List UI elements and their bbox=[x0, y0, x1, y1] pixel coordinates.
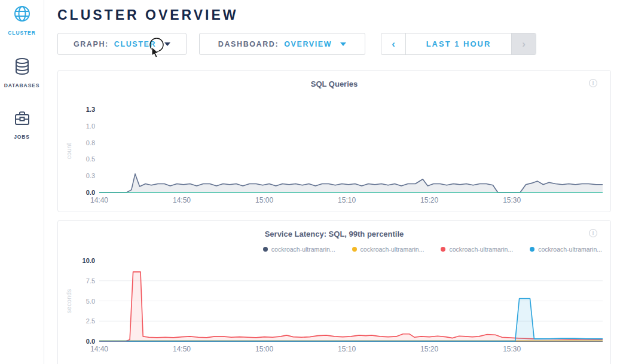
briefcase-icon bbox=[14, 110, 30, 129]
sidebar: CLUSTER DATABASES bbox=[0, 0, 44, 364]
time-next-button[interactable]: › bbox=[512, 33, 536, 54]
legend-label: cockroach-ultramarin... bbox=[449, 246, 513, 253]
legend-item[interactable]: cockroach-ultramarin... bbox=[263, 246, 335, 253]
controls-row: GRAPH: CLUSTER DASHBOARD: OVERVIEW ‹ LAS… bbox=[57, 33, 617, 55]
svg-text:15:30: 15:30 bbox=[503, 345, 521, 353]
time-prev-button[interactable]: ‹ bbox=[381, 33, 405, 54]
svg-text:0.5: 0.5 bbox=[86, 155, 95, 163]
legend-dot-icon bbox=[352, 247, 357, 252]
svg-text:14:40: 14:40 bbox=[90, 196, 108, 204]
svg-text:0.8: 0.8 bbox=[86, 139, 95, 146]
sidebar-item-jobs[interactable]: JOBS bbox=[0, 110, 44, 140]
chart-title: Service Latency: SQL, 99th percentile bbox=[265, 230, 404, 238]
info-icon[interactable]: ! bbox=[589, 79, 597, 87]
graph-dropdown[interactable]: GRAPH: CLUSTER bbox=[57, 33, 187, 55]
svg-text:15:00: 15:00 bbox=[255, 196, 273, 204]
chevron-down-icon bbox=[164, 42, 170, 46]
page-title: CLUSTER OVERVIEW bbox=[57, 7, 617, 23]
svg-text:10.0: 10.0 bbox=[83, 257, 95, 264]
sql-queries-card: SQL Queries ! 0.00.30.50.81.01.314:4014:… bbox=[57, 70, 611, 212]
svg-text:5.0: 5.0 bbox=[86, 298, 95, 305]
dashboard-dropdown-label: DASHBOARD: bbox=[218, 40, 279, 48]
legend-label: cockroach-ultramarin... bbox=[271, 246, 335, 253]
service-latency-card: Service Latency: SQL, 99th percentile ! … bbox=[57, 220, 611, 364]
globe-icon bbox=[13, 5, 31, 25]
chart-title-row: SQL Queries ! bbox=[58, 71, 610, 94]
graph-dropdown-value: CLUSTER bbox=[114, 40, 156, 48]
svg-text:14:50: 14:50 bbox=[173, 196, 191, 204]
legend-dot-icon bbox=[530, 247, 534, 252]
legend-dot-icon bbox=[263, 247, 268, 252]
svg-text:14:40: 14:40 bbox=[90, 345, 108, 353]
sidebar-item-cluster[interactable]: CLUSTER bbox=[0, 5, 44, 36]
legend-label: cockroach-ultramarin... bbox=[538, 246, 602, 253]
info-icon[interactable]: ! bbox=[589, 229, 597, 237]
svg-text:1.0: 1.0 bbox=[86, 123, 95, 130]
chart-title: SQL Queries bbox=[311, 79, 358, 88]
sidebar-item-label: CLUSTER bbox=[8, 30, 35, 36]
service-latency-chart[interactable]: 0.02.55.07.510.014:4014:5015:0015:1015:2… bbox=[58, 253, 610, 363]
legend-dot-icon bbox=[441, 247, 445, 252]
svg-text:15:10: 15:10 bbox=[338, 345, 356, 353]
chevron-down-icon bbox=[340, 42, 346, 46]
svg-text:15:30: 15:30 bbox=[503, 196, 521, 204]
time-range-selector: ‹ LAST 1 HOUR › bbox=[381, 33, 536, 55]
svg-text:14:50: 14:50 bbox=[173, 345, 191, 353]
legend-item[interactable]: cockroach-ultramarin... bbox=[352, 246, 424, 253]
sql-queries-chart[interactable]: 0.00.30.50.81.01.314:4014:5015:0015:1015… bbox=[58, 94, 610, 213]
chart-legend: cockroach-ultramarin...cockroach-ultrama… bbox=[58, 244, 610, 253]
svg-text:2.5: 2.5 bbox=[86, 317, 95, 325]
svg-text:0.3: 0.3 bbox=[86, 172, 95, 179]
legend-item[interactable]: cockroach-ultramarin... bbox=[441, 246, 513, 253]
svg-text:15:10: 15:10 bbox=[338, 196, 356, 204]
graph-dropdown-label: GRAPH: bbox=[74, 40, 109, 48]
chart-title-row: Service Latency: SQL, 99th percentile ! bbox=[58, 221, 610, 244]
dashboard-dropdown[interactable]: DASHBOARD: OVERVIEW bbox=[199, 33, 365, 55]
legend-label: cockroach-ultramarin... bbox=[361, 246, 424, 253]
svg-text:0.0: 0.0 bbox=[86, 338, 95, 345]
time-range-label[interactable]: LAST 1 HOUR bbox=[405, 33, 512, 54]
svg-text:1.3: 1.3 bbox=[86, 106, 95, 113]
dashboard-dropdown-value: OVERVIEW bbox=[284, 40, 332, 48]
svg-text:15:20: 15:20 bbox=[420, 196, 438, 204]
svg-text:0.0: 0.0 bbox=[86, 189, 95, 196]
main-content: CLUSTER OVERVIEW GRAPH: CLUSTER DASHBOAR… bbox=[44, 0, 617, 364]
svg-text:15:20: 15:20 bbox=[420, 345, 438, 353]
sidebar-item-databases[interactable]: DATABASES bbox=[0, 57, 44, 88]
sidebar-item-label: JOBS bbox=[14, 134, 30, 140]
svg-text:15:00: 15:00 bbox=[255, 345, 273, 353]
database-icon bbox=[14, 57, 30, 78]
cluster-overview-page: CLUSTER DATABASES bbox=[0, 0, 617, 364]
svg-text:7.5: 7.5 bbox=[86, 277, 95, 285]
svg-text:count: count bbox=[66, 143, 72, 159]
legend-item[interactable]: cockroach-ultramarin... bbox=[530, 246, 602, 253]
sidebar-item-label: DATABASES bbox=[4, 82, 40, 88]
svg-text:seconds: seconds bbox=[66, 289, 72, 313]
